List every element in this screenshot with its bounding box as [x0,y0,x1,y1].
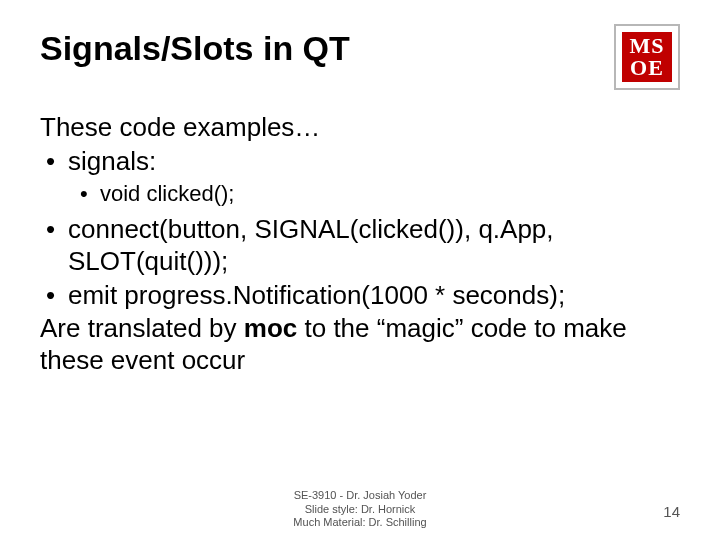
page-number: 14 [663,503,680,520]
logo-text-top: MS [630,35,665,57]
slide-footer: SE-3910 - Dr. Josiah Yoder Slide style: … [0,489,720,530]
footer-line-3: Much Material: Dr. Schilling [0,516,720,530]
body-outro: Are translated by moc to the “magic” cod… [40,313,680,376]
logo-text-bottom: OE [630,57,664,79]
slide: Signals/Slots in QT MS OE These code exa… [0,0,720,540]
bullet-emit: emit progress.Notification(1000 * second… [40,280,680,312]
outro-pre: Are translated by [40,313,244,343]
footer-line-1: SE-3910 - Dr. Josiah Yoder [0,489,720,503]
bullet-signals: signals: [40,146,680,178]
outro-moc: moc [244,313,297,343]
body-intro: These code examples… [40,112,680,144]
slide-header: Signals/Slots in QT MS OE [40,30,680,90]
slide-body: These code examples… signals: void click… [40,112,680,377]
slide-title: Signals/Slots in QT [40,30,350,67]
bullet-connect: connect(button, SIGNAL(clicked()), q.App… [40,214,680,277]
bullet-void-clicked: void clicked(); [40,181,680,208]
footer-line-2: Slide style: Dr. Hornick [0,503,720,517]
msoe-logo-inner: MS OE [622,32,672,82]
msoe-logo: MS OE [614,24,680,90]
